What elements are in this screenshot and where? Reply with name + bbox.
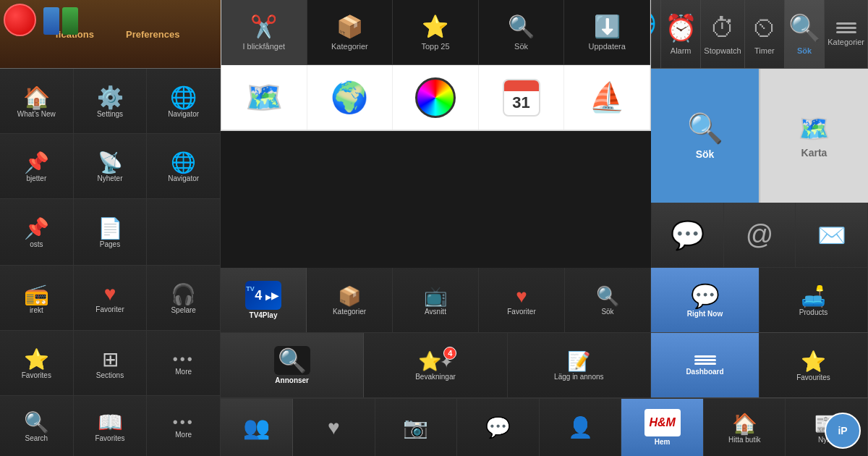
sections-cell[interactable]: ⊞ Sections xyxy=(74,331,148,395)
dashboard-row: Dashboard ⭐ Favourites xyxy=(651,333,868,398)
annonser-cell[interactable]: 🔍 Annonser xyxy=(221,333,364,397)
hitta-butik-cell[interactable]: 🏠 Hitta butik xyxy=(704,399,786,456)
hitta-butik-label: Hitta butik xyxy=(707,436,783,444)
annonser-icon: 🔍 xyxy=(274,346,310,375)
contact-card-icon: 👤 xyxy=(568,415,593,439)
right-now-cell[interactable]: 💬 Right Now xyxy=(651,268,760,332)
nav-alarm[interactable]: ⏰ Alarm xyxy=(661,0,701,68)
products-cell[interactable]: 🛋️ Products xyxy=(760,268,868,332)
popup-overlay: ✂️ I blickfånget 📦 Kategorier ⭐ Topp 25 … xyxy=(221,0,651,131)
tv4play-cell[interactable]: TV 4 ▶ TV4Play xyxy=(221,268,307,332)
hm-icon: H&M xyxy=(644,409,681,436)
search-bottom-label: Search xyxy=(3,434,70,442)
topp25-item[interactable]: ⭐ Topp 25 xyxy=(393,0,479,64)
bjetter-cell[interactable]: 📌 bjetter xyxy=(0,134,74,198)
dashboard-cell[interactable]: Dashboard xyxy=(651,333,760,397)
heart-bottom-cell[interactable]: ♥ xyxy=(293,399,375,456)
navigator-cell-2[interactable]: 🌐 Navigator xyxy=(147,134,221,198)
favoriter-label: Favoriter xyxy=(77,305,144,313)
sections-label: Sections xyxy=(77,371,144,379)
search-bottom-icon: 🔍 xyxy=(24,410,49,434)
popup-row1: ✂️ I blickfånget 📦 Kategorier ⭐ Topp 25 … xyxy=(221,0,650,65)
kategorier-main-cell[interactable]: 📦 Kategorier xyxy=(307,268,393,332)
preferences-button[interactable]: Preferences xyxy=(117,23,188,46)
color-wheel-icon xyxy=(415,77,456,118)
sok-button[interactable]: 🔍 Sök xyxy=(651,69,760,203)
mail-cell[interactable]: ✉️ xyxy=(796,203,868,267)
star-icon: ⭐ xyxy=(422,14,448,39)
favoriter-main-cell[interactable]: ♥ Favoriter xyxy=(479,268,565,332)
top-left-panel: fications Preferences xyxy=(0,0,221,69)
lagg-in-annons-cell[interactable]: 📝 Lägg in annons xyxy=(508,333,651,397)
left-row3: 📌 osts 📄 Pages xyxy=(0,199,221,266)
left-row4: 📻 irekt ♥ Favoriter 🎧 Spelare xyxy=(0,266,221,331)
empty-cell-1 xyxy=(147,199,221,265)
search-bottom-cell[interactable]: 🔍 Search xyxy=(0,396,74,456)
irekt-label: irekt xyxy=(3,306,70,314)
globe-nav-icon: 🌐 xyxy=(170,85,197,110)
globe-popup-item[interactable]: 🌍 xyxy=(307,65,393,130)
more-bottom-cell[interactable]: ••• More xyxy=(147,396,221,456)
whats-new-cell[interactable]: 🏠 What's New xyxy=(0,69,74,133)
kategorier-box-icon: 📦 xyxy=(338,285,361,308)
hm-cell[interactable]: H&M Hem xyxy=(621,399,704,456)
settings-label: Settings xyxy=(77,110,144,118)
contact-cell[interactable]: 👤 xyxy=(540,399,622,456)
karta-button[interactable]: 🗺️ Karta xyxy=(760,69,868,203)
uppdatera-item[interactable]: ⬇️ Uppdatera xyxy=(564,0,650,64)
settings-gear-icon: ⚙️ xyxy=(97,85,124,110)
email-at-cell[interactable]: @ xyxy=(724,203,796,267)
people-cell[interactable]: 👥 xyxy=(221,399,293,456)
calendar-popup-item[interactable]: 31 xyxy=(479,65,565,130)
navigator-2-label: Navigator xyxy=(150,174,217,182)
sok-main-cell[interactable]: 🔍 Sök xyxy=(565,268,651,332)
i-blickfanget-label: I blickfånget xyxy=(242,42,285,51)
favoriter-cell[interactable]: ♥ Favoriter xyxy=(74,266,148,330)
osts-cell[interactable]: 📌 osts xyxy=(0,199,74,265)
irekt-cell[interactable]: 📻 irekt xyxy=(0,266,74,330)
pages-cell[interactable]: 📄 Pages xyxy=(74,199,148,265)
alarm-label: Alarm xyxy=(671,46,692,55)
osts-label: osts xyxy=(3,240,70,248)
chat-cell[interactable]: 💬 xyxy=(457,399,540,456)
arrow-popup-item[interactable]: ⛵ xyxy=(564,65,650,130)
camera-bottom-icon: 📷 xyxy=(403,415,428,439)
nav-sok[interactable]: 🔍 Sök xyxy=(785,0,825,68)
settings-cell[interactable]: ⚙️ Settings xyxy=(74,69,148,133)
camera-cell[interactable]: 📷 xyxy=(375,399,458,456)
left-row1: 🏠 What's New ⚙️ Settings 🌐 Navigator xyxy=(0,69,221,134)
star-favorites-icon: ⭐ xyxy=(24,347,49,371)
nav-timer[interactable]: ⏲ Timer xyxy=(745,0,785,68)
globe-popup-icon: 🌍 xyxy=(331,80,368,115)
favourites-right-label: Favourites xyxy=(762,373,864,381)
more-bottom-label: More xyxy=(150,431,217,439)
heart-bottom-icon: ♥ xyxy=(328,416,340,439)
favourites-right-cell[interactable]: ⭐ Favourites xyxy=(760,333,868,397)
maps-popup-item[interactable]: 🗺️ xyxy=(221,65,307,130)
calendar-31-icon: 31 xyxy=(503,79,540,117)
nav-kategorier[interactable]: Kategorier xyxy=(825,0,868,68)
nav-stopwatch[interactable]: ⏱ Stopwatch xyxy=(701,0,744,68)
message-bubble-cell[interactable]: 💬 xyxy=(652,203,724,267)
avsnitt-cell[interactable]: 📺 Avsnitt xyxy=(393,268,479,332)
spelare-cell[interactable]: 🎧 Spelare xyxy=(147,266,221,330)
bevakningar-cell[interactable]: ⭐ ✦ 4 Bevakningar xyxy=(364,333,507,397)
edit-doc-icon: 📝 xyxy=(567,350,590,373)
favourites-star-icon: ⭐ xyxy=(801,350,826,373)
more-bottom-icon: ••• xyxy=(173,414,195,431)
kategorier-main-label: Kategorier xyxy=(310,308,389,316)
email-at-icon: @ xyxy=(746,219,774,250)
favorites-left-cell[interactable]: ⭐ Favorites xyxy=(0,331,74,395)
i-blickfanget-item[interactable]: ✂️ I blickfånget xyxy=(221,0,307,64)
navigator-cell-1[interactable]: 🌐 Navigator xyxy=(147,69,221,133)
favorites-book-cell[interactable]: 📖 Favorites xyxy=(74,396,148,456)
more-cell[interactable]: ••• More xyxy=(147,331,221,395)
more-dots-icon: ••• xyxy=(173,351,195,368)
radio-antenna-icon: 📻 xyxy=(24,282,49,306)
nyheter-cell[interactable]: 📡 Nyheter xyxy=(74,134,148,198)
colorwheel-popup-item[interactable] xyxy=(393,65,479,130)
kategorier-item[interactable]: 📦 Kategorier xyxy=(307,0,393,64)
sok-main-label: Sök xyxy=(568,308,647,316)
sok-popup-item[interactable]: 🔍 Sök xyxy=(479,0,565,64)
chat-bottom-icon: 💬 xyxy=(485,415,511,439)
